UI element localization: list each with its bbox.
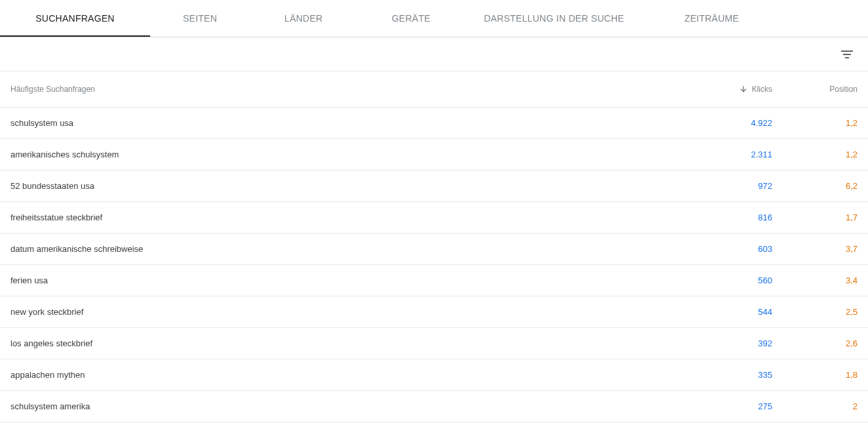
table-row: ferien usa5603,4	[0, 265, 868, 296]
query-cell[interactable]: 52 bundesstaaten usa	[10, 181, 694, 191]
position-cell: 2	[772, 401, 858, 411]
tabs-bar: SUCHANFRAGENSEITENLÄNDERGERÄTEDARSTELLUN…	[0, 0, 868, 37]
clicks-cell: 275	[694, 401, 772, 411]
table-row: new york steckbrief5442,5	[0, 296, 868, 328]
header-query[interactable]: Häufigste Suchanfragen	[10, 85, 694, 94]
clicks-cell: 560	[694, 275, 772, 285]
header-clicks[interactable]: Klicks	[694, 85, 772, 94]
position-cell: 1,2	[772, 150, 858, 159]
position-cell: 1,8	[772, 370, 858, 380]
clicks-cell: 816	[694, 213, 772, 222]
clicks-cell: 2.311	[694, 150, 772, 159]
position-cell: 2,5	[772, 307, 858, 317]
query-cell[interactable]: freiheitsstatue steckbrief	[10, 213, 694, 222]
query-cell[interactable]: amerikanisches schulsystem	[10, 150, 694, 159]
position-cell: 2,6	[772, 338, 858, 348]
query-cell[interactable]: datum amerikanische schreibweise	[10, 244, 694, 254]
query-cell[interactable]: los angeles steckbrief	[10, 338, 694, 348]
table-row: datum amerikanische schreibweise6033,7	[0, 234, 868, 265]
header-position[interactable]: Position	[772, 85, 858, 94]
table-row: los angeles steckbrief3922,6	[0, 328, 868, 359]
query-cell[interactable]: ferien usa	[10, 275, 694, 285]
tab-zeiträume[interactable]: ZEITRÄUME	[643, 0, 780, 37]
position-cell: 1,7	[772, 213, 858, 222]
table-row: 52 bundesstaaten usa9726,2	[0, 171, 868, 202]
tab-länder[interactable]: LÄNDER	[250, 0, 357, 37]
clicks-cell: 335	[694, 370, 772, 380]
query-cell[interactable]: schulsystem usa	[10, 118, 694, 128]
position-cell: 6,2	[772, 181, 858, 191]
table-header: Häufigste Suchanfragen Klicks Position	[0, 71, 868, 108]
table-row: appalachen mythen3351,8	[0, 359, 868, 391]
tab-darstellung-in-der-suche[interactable]: DARSTELLUNG IN DER SUCHE	[465, 0, 643, 37]
tab-suchanfragen[interactable]: SUCHANFRAGEN	[0, 0, 150, 37]
clicks-cell: 544	[694, 307, 772, 317]
filter-row	[0, 37, 868, 71]
clicks-cell: 4.922	[694, 118, 772, 128]
table-row: schulsystem amerika2752	[0, 391, 868, 422]
table-row: amerikanisches schulsystem2.3111,2	[0, 139, 868, 171]
clicks-cell: 972	[694, 181, 772, 191]
table-body: schulsystem usa4.9221,2amerikanisches sc…	[0, 108, 868, 422]
table-row: freiheitsstatue steckbrief8161,7	[0, 202, 868, 234]
header-clicks-label: Klicks	[752, 85, 772, 94]
position-cell: 3,4	[772, 275, 858, 285]
tab-seiten[interactable]: SEITEN	[150, 0, 250, 37]
tab-geräte[interactable]: GERÄTE	[357, 0, 465, 37]
query-cell[interactable]: new york steckbrief	[10, 307, 694, 317]
table-row: schulsystem usa4.9221,2	[0, 108, 868, 139]
position-cell: 1,2	[772, 118, 858, 128]
query-cell[interactable]: appalachen mythen	[10, 370, 694, 380]
position-cell: 3,7	[772, 244, 858, 254]
filter-icon[interactable]	[839, 47, 855, 62]
clicks-cell: 392	[694, 338, 772, 348]
query-cell[interactable]: schulsystem amerika	[10, 401, 694, 411]
clicks-cell: 603	[694, 244, 772, 254]
arrow-down-icon	[739, 85, 748, 94]
